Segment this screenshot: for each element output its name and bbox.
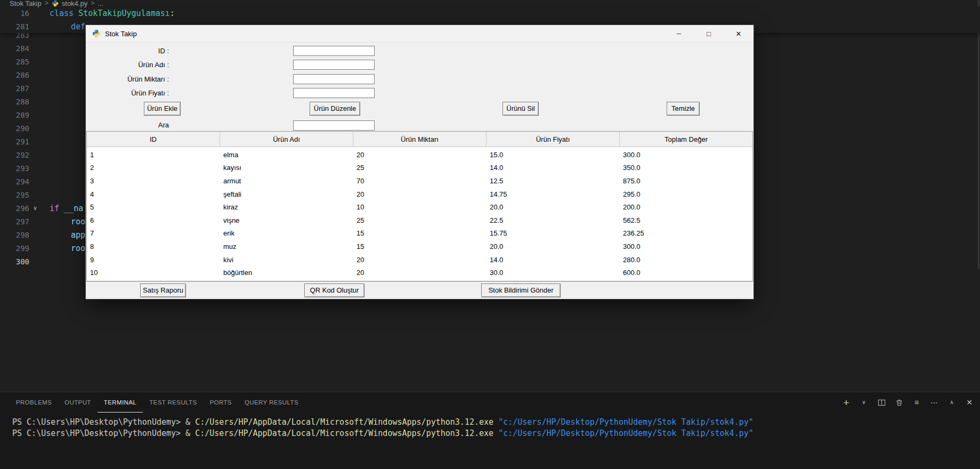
- panel-tab-query-results[interactable]: QUERY RESULTS: [238, 392, 305, 413]
- table-cell: armut: [220, 177, 353, 185]
- table-cell: 20: [353, 256, 487, 264]
- table-header: IDÜrün AdıÜrün MiktarıÜrün FiyatıToplam …: [87, 132, 752, 147]
- line-number: 300: [0, 257, 29, 266]
- table-row[interactable]: 1elma2015.0300.0: [87, 148, 752, 161]
- table-cell: 236.25: [620, 229, 753, 237]
- code-token: C:/Users/HP/AppData/Local/Microsoft/Wind…: [195, 417, 498, 427]
- line-number: 291: [0, 138, 29, 146]
- column-header[interactable]: ID: [87, 132, 220, 147]
- line-number: 286: [0, 71, 29, 79]
- terminal-output[interactable]: PS C:\Users\HP\Desktop\PythonUdemy> & C:…: [12, 417, 754, 439]
- minimize-button[interactable]: ─: [664, 25, 694, 43]
- code-line[interactable]: 16class StokTakipUygulaması:: [0, 6, 980, 20]
- code-text: if __na: [41, 204, 83, 213]
- close-panel-icon[interactable]: ✕: [965, 398, 974, 407]
- column-header[interactable]: Ürün Adı: [220, 132, 353, 147]
- kill-terminal-icon[interactable]: [895, 398, 903, 407]
- line-number: 284: [0, 44, 29, 53]
- table-cell: şeftali: [220, 190, 353, 198]
- maximize-button[interactable]: □: [694, 25, 724, 43]
- table-row[interactable]: 2kayısı2514.0350.0: [87, 161, 752, 175]
- urun-fiyati-input[interactable]: [293, 88, 375, 98]
- window-titlebar[interactable]: Stok Takip ─ □ ✕: [86, 25, 754, 43]
- table-cell: 20: [353, 269, 487, 277]
- table-row[interactable]: 4şeftali2014.75295.0: [87, 188, 752, 201]
- breadcrumb-file[interactable]: stok4.py: [62, 0, 87, 7]
- code-token: "c:/Users/HP/Desktop/PythonUdemy/Stok Ta…: [498, 428, 754, 438]
- table-cell: 30.0: [487, 269, 620, 277]
- code-token: app: [71, 230, 85, 240]
- stok-bildirimi-gonder-button[interactable]: Stok Bildirimi Gönder: [481, 284, 561, 297]
- editor-scrollbar[interactable]: [978, 0, 979, 269]
- table-cell: 14.0: [487, 164, 620, 172]
- terminal-profile-dropdown-icon[interactable]: ∨: [860, 398, 868, 407]
- panel-tab-output[interactable]: OUTPUT: [58, 392, 98, 413]
- table-cell: 875.0: [620, 177, 753, 185]
- urun-duzenle-button[interactable]: Ürün Düzenle: [310, 102, 360, 116]
- urun-miktari-input[interactable]: [293, 74, 375, 84]
- table-cell: elma: [220, 151, 353, 159]
- fold-chevron-icon[interactable]: ∨: [29, 205, 41, 212]
- table-row[interactable]: 9kivi2014.0280.0: [87, 253, 752, 266]
- column-header[interactable]: Ürün Fiyatı: [487, 132, 620, 147]
- window-title: Stok Takip: [105, 30, 137, 38]
- panel-tab-ports[interactable]: PORTS: [204, 392, 238, 413]
- table-body: 1elma2015.0300.02kayısı2514.0350.03armut…: [87, 147, 752, 279]
- table-row[interactable]: 7erik1515.75236.25: [87, 227, 752, 240]
- panel-tab-terminal[interactable]: TERMINAL: [98, 392, 143, 413]
- code-token: roo: [71, 217, 85, 227]
- table-cell: 25: [353, 164, 487, 172]
- satis-raporu-button[interactable]: Satış Raporu: [140, 284, 186, 297]
- code-token: &: [185, 417, 195, 427]
- maximize-panel-icon[interactable]: ∧: [947, 398, 956, 407]
- column-header[interactable]: Toplam Değer: [620, 132, 752, 147]
- code-token: C:/Users/HP/AppData/Local/Microsoft/Wind…: [195, 428, 498, 438]
- breadcrumb-folder[interactable]: Stok Takip: [10, 0, 42, 7]
- column-header[interactable]: Ürün Miktarı: [353, 132, 487, 147]
- table-cell: 200.0: [620, 203, 753, 211]
- stok-takip-window: Stok Takip ─ □ ✕ ID :Ürün Adı :Ürün Mikt…: [86, 25, 754, 299]
- table-cell: vişne: [220, 216, 353, 224]
- new-terminal-icon[interactable]: +: [842, 398, 851, 407]
- table-cell: 15.0: [487, 151, 620, 159]
- id-input[interactable]: [293, 46, 375, 56]
- table-row[interactable]: 3armut7012.5875.0: [87, 174, 752, 188]
- table-cell: 1: [87, 151, 220, 159]
- python-app-icon: [92, 29, 101, 38]
- breadcrumb-separator: >: [45, 0, 48, 7]
- table-cell: 10: [87, 269, 220, 277]
- table-row[interactable]: 10böğürtlen2030.0600.0: [87, 266, 752, 279]
- ara-label: Ara: [86, 120, 169, 130]
- close-button[interactable]: ✕: [724, 25, 754, 43]
- split-terminal-icon[interactable]: [877, 398, 886, 407]
- table-cell: kayısı: [220, 164, 353, 172]
- code-text: def: [41, 22, 90, 31]
- panel-tab-problems[interactable]: PROBLEMS: [10, 392, 58, 413]
- table-cell: 70: [353, 177, 487, 185]
- urunu-sil-button[interactable]: Ürünü Sil: [503, 102, 539, 116]
- breadcrumb-symbol-ellipsis[interactable]: ...: [98, 0, 103, 7]
- ara-input[interactable]: [293, 120, 375, 131]
- qr-kod-olustur-button[interactable]: QR Kod Oluştur: [304, 284, 365, 297]
- more-actions-icon[interactable]: ⋯: [930, 398, 938, 407]
- code-token: "c:/Users/HP/Desktop/PythonUdemy/Stok Ta…: [498, 417, 754, 427]
- line-number: 285: [0, 58, 29, 66]
- table-cell: 9: [87, 256, 220, 264]
- python-file-icon: [52, 0, 59, 7]
- table-row[interactable]: 5kiraz1020.0200.0: [87, 200, 752, 214]
- temizle-button[interactable]: Temizle: [667, 102, 700, 116]
- table-cell: 280.0: [620, 256, 753, 264]
- app-content: ID :Ürün Adı :Ürün Miktarı :Ürün Fiyatı …: [86, 43, 754, 299]
- table-cell: 12.5: [487, 177, 620, 185]
- urun-adi-input[interactable]: [293, 60, 375, 70]
- table-row[interactable]: 8muz1520.0300.0: [87, 240, 752, 253]
- urun-ekle-button[interactable]: Ürün Ekle: [144, 102, 181, 116]
- line-number: 16: [0, 9, 29, 18]
- table-cell: kivi: [220, 256, 353, 264]
- breadcrumb: Stok Takip > stok4.py > ...: [10, 0, 103, 8]
- stock-table: IDÜrün AdıÜrün MiktarıÜrün FiyatıToplam …: [86, 131, 753, 281]
- panel-tab-test-results[interactable]: TEST RESULTS: [143, 392, 203, 413]
- code-text: app: [41, 230, 85, 240]
- table-row[interactable]: 6vişne2522.5562.5: [87, 214, 752, 227]
- launch-profile-icon[interactable]: ≡: [912, 398, 921, 407]
